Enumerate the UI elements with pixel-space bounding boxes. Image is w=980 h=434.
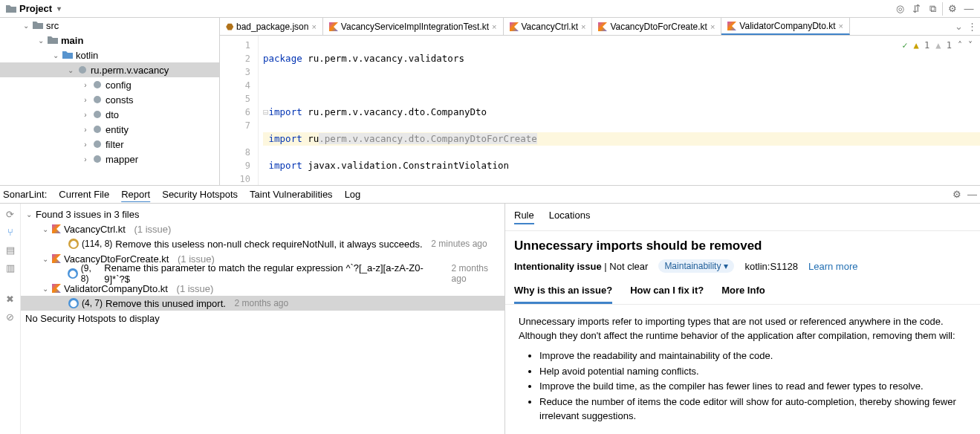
tab-label: VacancyDtoForCreate.kt bbox=[610, 22, 707, 32]
close-icon[interactable]: × bbox=[492, 22, 496, 31]
code-editor[interactable]: 123 456 78 910 package ru.perm.v.vacancy… bbox=[220, 36, 980, 185]
svg-point-6 bbox=[94, 155, 101, 163]
tree-label: dto bbox=[106, 109, 119, 120]
close-icon[interactable]: × bbox=[710, 22, 715, 31]
tree-node-folder[interactable]: ›dto bbox=[0, 107, 219, 122]
chevron-down-icon: ▾ bbox=[724, 261, 728, 271]
json-icon: ⬣ bbox=[226, 22, 233, 32]
divider bbox=[942, 2, 943, 16]
chevron-icon[interactable]: ˅ bbox=[968, 39, 973, 52]
tab-vacancy-ctrl[interactable]: VacancyCtrl.kt × bbox=[504, 18, 593, 35]
folder-icon bbox=[62, 51, 73, 59]
tab-hotspots[interactable]: Security Hotspots bbox=[162, 189, 238, 200]
subtab-more[interactable]: More Info bbox=[721, 279, 765, 304]
layout2-icon[interactable]: ▥ bbox=[4, 262, 16, 273]
tree-node-folder[interactable]: ›config bbox=[0, 77, 219, 92]
tab-report[interactable]: Report bbox=[121, 189, 150, 200]
chevron-down-icon: ⌄ bbox=[37, 36, 45, 45]
tree-label: ru.perm.v.vacancy bbox=[91, 65, 169, 76]
tree-label: main bbox=[61, 35, 83, 46]
branch-icon[interactable]: ⑂ bbox=[4, 226, 16, 238]
code-content[interactable]: package ru.perm.v.vacancy.validators ⊟im… bbox=[259, 36, 980, 185]
tree-label: kotlin bbox=[76, 50, 98, 61]
hide-icon[interactable]: — bbox=[967, 189, 977, 200]
close-icon[interactable]: × bbox=[581, 22, 585, 31]
issues-summary[interactable]: ⌄Found 3 issues in 3 files bbox=[21, 207, 504, 221]
rule-description: Unnecessary imports refer to importing t… bbox=[505, 305, 980, 434]
chevron-down-icon: ▾ bbox=[55, 4, 62, 13]
editor-status[interactable]: ✓ ▲ 1 ▲ 1 ˄ ˅ bbox=[902, 39, 973, 52]
chevron-right-icon: › bbox=[82, 126, 89, 134]
tab-label: VacancyCtrl.kt bbox=[522, 22, 578, 32]
tab-current-file[interactable]: Current File bbox=[59, 189, 109, 200]
chevron-icon[interactable]: ˄ bbox=[958, 39, 962, 52]
rule-tab-locations[interactable]: Locations bbox=[549, 210, 591, 224]
learn-more-link[interactable]: Learn more bbox=[808, 261, 857, 272]
subtab-why[interactable]: Why is this an issue? bbox=[514, 279, 612, 304]
severity-icon: ⬤ bbox=[68, 268, 78, 279]
select-target-icon[interactable]: ◎ bbox=[893, 2, 906, 16]
collapse-all-icon[interactable]: ⧉ bbox=[926, 2, 939, 16]
tab-validator[interactable]: ValidatorCompanyDto.kt × bbox=[721, 18, 850, 35]
stop-icon[interactable]: ⊘ bbox=[4, 311, 16, 323]
tree-node-src[interactable]: ⌄ src bbox=[0, 18, 219, 33]
tree-label: mapper bbox=[106, 154, 138, 165]
rule-title: Unnecessary imports should be removed bbox=[505, 231, 980, 259]
tree-node-folder[interactable]: ›consts bbox=[0, 92, 219, 107]
close-icon[interactable]: × bbox=[839, 22, 843, 30]
project-selector[interactable]: Project ▾ bbox=[0, 3, 68, 14]
project-tree[interactable]: ⌄ src ⌄ main ⌄ kotlin ⌄ ru.perm.v.vacanc… bbox=[0, 18, 220, 185]
tab-bad-package[interactable]: ⬣ bad_package.json × bbox=[220, 18, 323, 35]
issue-file[interactable]: ⌄ VacancyCtrl.kt (1 issue) bbox=[21, 221, 504, 236]
svg-point-5 bbox=[94, 140, 101, 148]
refresh-icon[interactable]: ⟳ bbox=[4, 208, 16, 220]
tree-label: src bbox=[46, 20, 59, 31]
package-icon bbox=[92, 80, 103, 89]
issues-tree[interactable]: ⌄Found 3 issues in 3 files ⌄ VacancyCtrl… bbox=[21, 204, 505, 434]
package-icon bbox=[92, 155, 103, 163]
gear-icon[interactable]: ⚙ bbox=[946, 2, 959, 16]
close-icon[interactable]: × bbox=[311, 22, 316, 31]
issue-item[interactable]: ⬤ (9, 8) Rename this parameter to match … bbox=[21, 266, 504, 281]
chevron-right-icon: › bbox=[82, 155, 89, 163]
expand-all-icon[interactable]: ⇵ bbox=[909, 2, 923, 16]
issue-item[interactable]: ⬤ (114, 8) Remove this useless non-null … bbox=[21, 236, 504, 251]
layout-icon[interactable]: ▤ bbox=[4, 244, 16, 256]
tree-label: consts bbox=[106, 94, 134, 106]
sonarlint-gutter: ⟳ ⑂ ▤ ▥ ✖ ⊘ bbox=[0, 204, 21, 434]
rule-notclear: | Not clear bbox=[602, 261, 649, 272]
tree-node-package[interactable]: ⌄ ru.perm.v.vacancy bbox=[0, 62, 219, 77]
tab-label: VacancyServiceImplIntegrationTest.kt bbox=[341, 22, 489, 32]
tree-node-main[interactable]: ⌄ main bbox=[0, 33, 219, 48]
sonarlint-tabs: SonarLint: Current File Report Security … bbox=[0, 186, 980, 204]
tab-log[interactable]: Log bbox=[345, 189, 361, 200]
more-icon[interactable]: ⋮ bbox=[967, 21, 977, 32]
tools-icon[interactable]: ✖ bbox=[4, 293, 16, 305]
gear-icon[interactable]: ⚙ bbox=[953, 189, 961, 200]
tab-vacancy-test[interactable]: VacancyServiceImplIntegrationTest.kt × bbox=[323, 18, 504, 35]
tree-label: config bbox=[106, 80, 132, 91]
tab-vacancy-dto[interactable]: VacancyDtoForCreate.kt × bbox=[592, 18, 721, 35]
kotlin-icon bbox=[52, 224, 61, 233]
tree-node-folder[interactable]: ›mapper bbox=[0, 152, 219, 166]
kotlin-icon bbox=[598, 22, 607, 31]
no-hotspots: No Security Hotspots to display bbox=[21, 311, 504, 326]
tree-node-folder[interactable]: ›entity bbox=[0, 122, 219, 137]
chevron-down-icon: ⌄ bbox=[67, 66, 74, 74]
package-icon bbox=[92, 110, 103, 119]
rule-tab-rule[interactable]: Rule bbox=[514, 210, 534, 224]
subtab-fix[interactable]: How can I fix it? bbox=[630, 279, 704, 304]
issue-item-selected[interactable]: ⬤ (4, 7) Remove this unused import. 2 mo… bbox=[21, 296, 504, 311]
hide-icon[interactable]: — bbox=[962, 2, 976, 16]
tree-node-folder[interactable]: ›filter bbox=[0, 137, 219, 152]
svg-point-0 bbox=[79, 66, 86, 74]
tree-node-kotlin[interactable]: ⌄ kotlin bbox=[0, 48, 219, 62]
tab-label: bad_package.json bbox=[236, 22, 308, 32]
chevron-right-icon: › bbox=[82, 96, 89, 104]
kotlin-icon bbox=[52, 254, 61, 263]
rule-intent: Intentionality issue bbox=[514, 261, 602, 272]
maintainability-pill[interactable]: Maintainability ▾ bbox=[658, 259, 734, 273]
tab-taint[interactable]: Taint Vulnerabilities bbox=[250, 189, 333, 200]
line-gutter: 123 456 78 910 bbox=[220, 36, 259, 185]
chevron-down-icon[interactable]: ⌄ bbox=[955, 21, 963, 32]
